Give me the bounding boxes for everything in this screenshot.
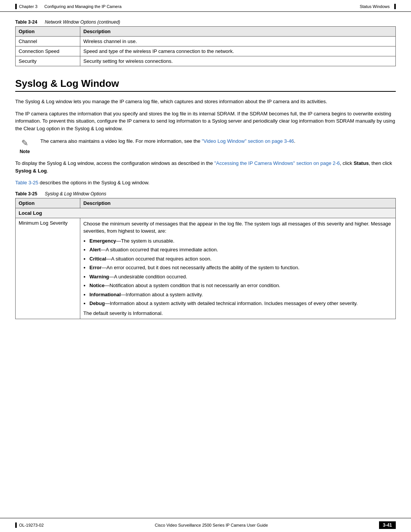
table24-number: Table 3-24 [15, 19, 37, 25]
list-item: Warning—A undesirable condition occurred… [89, 273, 392, 281]
table-row: Connection Speed Speed and type of the w… [16, 46, 396, 56]
footer-left-text: OL-19273-02 [19, 523, 44, 527]
bullet-rest-0: —The system is unusable. [116, 238, 174, 244]
table24-col2-header: Description [80, 27, 396, 37]
paragraph-3: To display the Syslog & Log window, acce… [15, 160, 396, 174]
table25-col2-header: Description [80, 198, 396, 208]
list-item: Emergency—The system is unusable. [89, 237, 392, 245]
table24-row2-option: Connection Speed [16, 46, 80, 56]
note-icon-area: ✎ Note [15, 137, 34, 154]
bullet-bold-7: Debug [89, 300, 105, 306]
note-label: Note [20, 149, 30, 154]
note-text: The camera also maintains a video log fi… [40, 137, 396, 145]
header-right: Status Windows [360, 4, 396, 9]
note-link[interactable]: "Video Log Window" section on page 3-46 [202, 138, 294, 144]
footer-right: 3-41 [379, 521, 396, 529]
list-item: Informational—Information about a system… [89, 291, 392, 299]
page-footer: OL-19273-02 Cisco Video Surveillance 250… [0, 518, 411, 532]
chapter-label: Chapter 3 [19, 4, 37, 9]
para3-middle2: , then click [369, 160, 392, 166]
bullet-rest-5: —Notification about a system condition t… [105, 283, 280, 288]
table24-row3-desc: Security setting for wireless connection… [80, 56, 396, 66]
para3-text-before: To display the Syslog & Log window, acce… [15, 160, 214, 166]
footer-left-bar-icon [15, 522, 17, 528]
table25-title: Syslog & Log Window Options [45, 191, 106, 197]
table-24: Option Description Channel Wireless chan… [15, 26, 396, 66]
table24-caption: Table 3-24 Network Window Options (conti… [15, 19, 396, 25]
note-box: ✎ Note The camera also maintains a video… [15, 137, 396, 154]
paragraph-4: Table 3-25 describes the options in the … [15, 179, 396, 187]
list-item: Debug—Information about a system activit… [89, 300, 392, 307]
note-text-after: . [294, 138, 296, 144]
bullet-rest-1: —A situation occurred that requires imme… [101, 247, 218, 252]
section-heading: Syslog & Log Window [15, 78, 396, 92]
header-separator [40, 4, 42, 9]
table25-subheader: Local Log [16, 208, 396, 218]
header-right-label: Status Windows [360, 4, 390, 9]
table24-title: Network Window Options (continued) [45, 19, 120, 25]
table24-row1-desc: Wireless channel in use. [80, 37, 396, 46]
list-item: Critical—A situation occurred that requi… [89, 255, 392, 263]
paragraph-2: The IP camera captures the information t… [15, 110, 396, 133]
table24-row2-desc: Speed and type of the wireless IP camera… [80, 46, 396, 56]
table24-col1-header: Option [16, 27, 80, 37]
table-25: Option Description Local Log Minimum Log… [15, 198, 396, 320]
para4-link[interactable]: Table 3-25 [15, 180, 38, 185]
bullet-rest-4: —A undesirable condition occurred. [109, 274, 187, 280]
bullet-rest-6: —Information about a system activity. [121, 292, 203, 297]
footer-center: Cisco Video Surveillance 2500 Series IP … [155, 523, 268, 527]
table25-row1-option: Minimum Log Severity [16, 218, 80, 319]
page-header: Chapter 3 Configuring and Managing the I… [0, 0, 411, 12]
list-item: Notice—Notification about a system condi… [89, 282, 392, 289]
footer-center-text: Cisco Video Surveillance 2500 Series IP … [155, 523, 268, 527]
bullet-bold-0: Emergency [89, 238, 116, 244]
para3-bold2: Syslog & Log [15, 168, 47, 174]
table-row: Channel Wireless channel in use. [16, 37, 396, 46]
para3-link1[interactable]: "Accessing the IP Camera Windows" sectio… [214, 160, 340, 166]
table25-row1-desc: Choose the minimum severity of messages … [80, 218, 396, 319]
list-item: Alert—A situation occurred that requires… [89, 246, 392, 254]
table24-row1-option: Channel [16, 37, 80, 46]
chapter-title: Configuring and Managing the IP Camera [44, 4, 121, 9]
header-left-bar-icon [15, 4, 17, 9]
para3-end: . [47, 168, 48, 174]
table-row: Minimum Log Severity Choose the minimum … [16, 218, 396, 319]
bullet-bold-2: Critical [89, 256, 106, 262]
bullet-bold-6: Informational [89, 292, 121, 297]
paragraph-1: The Syslog & Log window lets you manage … [15, 98, 396, 105]
table25-number: Table 3-25 [15, 191, 37, 197]
note-pencil-icon: ✎ [21, 138, 28, 148]
table25-caption: Table 3-25 Syslog & Log Window Options [15, 191, 396, 197]
note-text-before: The camera also maintains a video log fi… [40, 138, 202, 144]
main-content: Table 3-24 Network Window Options (conti… [0, 12, 411, 350]
bullet-rest-7: —Information about a system activity wit… [105, 300, 358, 306]
bullet-bold-5: Notice [89, 283, 105, 288]
header-right-bar-icon [394, 4, 396, 9]
bullet-bold-3: Error [89, 265, 102, 270]
header-left: Chapter 3 Configuring and Managing the I… [15, 4, 121, 9]
severity-list: Emergency—The system is unusable. Alert—… [89, 237, 392, 307]
table25-subheader-row: Local Log [16, 208, 396, 218]
footer-left: OL-19273-02 [15, 522, 44, 528]
bullet-bold-1: Alert [89, 247, 101, 252]
list-item: Error—An error occurred, but it does not… [89, 264, 392, 272]
para3-bold1: Status [354, 160, 369, 166]
table24-row3-option: Security [16, 56, 80, 66]
table25-col1-header: Option [16, 198, 80, 208]
table25-desc-footer: The default severity is Informational. [83, 310, 392, 317]
bullet-rest-2: —A situation occurred that requires acti… [106, 256, 212, 262]
table-row: Security Security setting for wireless c… [16, 56, 396, 66]
table25-desc-intro: Choose the minimum severity of messages … [83, 220, 392, 235]
bullet-bold-4: Warning [89, 274, 109, 280]
bullet-rest-3: —An error occurred, but it does not nece… [102, 265, 299, 270]
para3-middle: , click [340, 160, 354, 166]
para4-after: describes the options in the Syslog & Lo… [38, 180, 150, 185]
page-number: 3-41 [379, 521, 396, 529]
